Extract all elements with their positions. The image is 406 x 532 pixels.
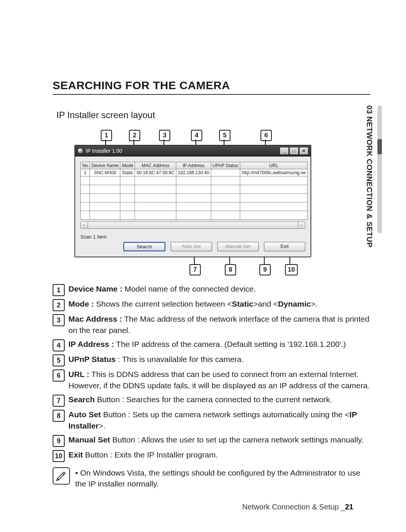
cell-device: SNC-M300 — [90, 169, 120, 176]
col-mode: Mode — [120, 162, 135, 169]
callout-1: 1 — [101, 130, 112, 141]
description-text: Mode : Shows the current selection betwe… — [68, 298, 370, 310]
callout-8: 8 — [225, 264, 236, 275]
description-item: 9Manual Set Button : Allows the user to … — [53, 434, 370, 447]
description-number: 9 — [53, 435, 65, 447]
description-number: 2 — [53, 299, 65, 311]
auto-set-button[interactable]: Auto Set — [171, 242, 212, 251]
description-item: 5UPnP Status : This is unavailable for t… — [53, 354, 370, 366]
description-item: 4IP Address : The IP address of the came… — [53, 339, 370, 351]
chapter-side-tab: 03 NETWORK CONNECTION & SETUP — [365, 105, 382, 248]
scan-status: Scan 1 Item — [80, 234, 106, 240]
callout-2: 2 — [129, 130, 140, 141]
description-number: 5 — [53, 354, 65, 366]
manual-set-button[interactable]: Manual Set — [217, 242, 259, 251]
callout-description-list: 1Device Name : Model name of the connect… — [53, 283, 370, 462]
cell-url: http://m47008c.websamsung.ne — [240, 169, 308, 176]
action-button-row: Search Auto Set Manual Set Exit — [75, 242, 311, 257]
maximize-button[interactable]: □ — [289, 147, 298, 155]
table-row[interactable]: 1 SNC-M300 Static 00:16:6C:47:00:8C 192.… — [81, 169, 308, 176]
description-number: 6 — [53, 369, 65, 382]
callout-6: 6 — [261, 130, 272, 141]
device-grid-area: No Device Name Mode MAC Address IP Addre… — [75, 157, 311, 230]
manual-page: 03 NETWORK CONNECTION & SETUP SEARCHING … — [0, 0, 406, 532]
description-text: IP Address : The IP address of the camer… — [68, 339, 370, 350]
cell-mac: 00:16:6C:47:00:8C — [135, 169, 176, 176]
description-item: 2Mode : Shows the current selection betw… — [53, 298, 370, 311]
note-text: • On Windows Vista, the settings should … — [75, 467, 370, 489]
description-text: Auto Set Button : Sets up the camera net… — [68, 409, 370, 432]
app-icon — [77, 148, 83, 154]
col-url: URL — [240, 162, 308, 169]
chapter-label: 03 NETWORK CONNECTION & SETUP — [365, 105, 374, 248]
description-text: URL : This is DDNS address that can be u… — [68, 369, 370, 392]
side-accent-bar — [377, 105, 382, 233]
description-text: Device Name : Model name of the connecte… — [68, 283, 370, 295]
admin-note: • On Windows Vista, the settings should … — [53, 467, 370, 489]
description-number: 4 — [53, 339, 65, 351]
description-item: 3Mac Address : The Mac address of the ne… — [53, 313, 370, 336]
description-text: Search Button : Searches for the camera … — [68, 394, 370, 405]
page-footer: Network Connection & Setup _21 — [242, 503, 353, 511]
description-item: 6URL : This is DDNS address that can be … — [53, 369, 370, 392]
window-title-bar: IP Installer 1.00 _ □ ✕ — [75, 146, 311, 157]
cell-upnp — [211, 169, 240, 176]
description-text: Exit Button : Exits the IP Installer pro… — [68, 449, 370, 461]
screenshot-figure: 1 2 3 4 5 6 IP Installer 1.00 _ □ ✕ — [74, 130, 311, 274]
callout-7: 7 — [189, 264, 201, 275]
search-button[interactable]: Search — [123, 242, 165, 251]
scroll-left-icon[interactable]: ‹ — [81, 222, 88, 228]
window-control-buttons: _ □ ✕ — [280, 147, 308, 155]
col-no: No — [81, 162, 90, 169]
page-heading: SEARCHING FOR THE CAMERA — [53, 79, 370, 92]
col-mac: MAC Address — [135, 162, 176, 169]
description-number: 1 — [53, 284, 65, 296]
description-item: 7Search Button : Searches for the camera… — [53, 394, 370, 407]
chapter-number: 03 — [365, 105, 374, 114]
callout-9: 9 — [259, 264, 271, 275]
col-upnp: UPnP Status — [211, 162, 240, 169]
description-number: 10 — [53, 450, 65, 462]
chapter-title: NETWORK CONNECTION & SETUP — [365, 116, 374, 248]
device-table-header: No Device Name Mode MAC Address IP Addre… — [81, 162, 308, 169]
description-item: 10Exit Button : Exits the IP Installer p… — [53, 449, 370, 462]
description-text: UPnP Status : This is unavailable for th… — [68, 354, 370, 365]
cell-no: 1 — [81, 169, 90, 176]
col-ip: IP Address — [176, 162, 211, 169]
callout-3: 3 — [159, 130, 170, 141]
description-number: 8 — [53, 410, 65, 422]
description-text: Manual Set Button : Allows the user to s… — [68, 434, 370, 445]
exit-button[interactable]: Exit — [264, 242, 305, 251]
description-number: 7 — [53, 395, 65, 407]
note-icon — [53, 467, 70, 485]
ip-installer-window: IP Installer 1.00 _ □ ✕ No Device Name M… — [74, 145, 311, 257]
cell-ip: 192.168.130.40 — [176, 169, 211, 176]
callout-4: 4 — [191, 130, 202, 141]
window-title: IP Installer 1.00 — [86, 148, 122, 154]
heading-rule — [53, 94, 370, 95]
horizontal-scrollbar[interactable]: ‹ › — [80, 221, 305, 229]
cell-mode: Static — [120, 169, 135, 176]
description-text: Mac Address : The Mac address of the net… — [68, 313, 370, 336]
callout-5: 5 — [219, 130, 230, 141]
bottom-callouts: 7 8 9 10 — [74, 257, 311, 274]
footer-sep: _ — [341, 503, 345, 511]
status-row: Scan 1 Item — [75, 230, 311, 242]
top-callouts: 1 2 3 4 5 6 — [74, 130, 311, 145]
callout-10: 10 — [285, 264, 298, 275]
description-item: 8Auto Set Button : Sets up the camera ne… — [53, 409, 370, 432]
minimize-button[interactable]: _ — [280, 147, 289, 155]
scroll-right-icon[interactable]: › — [298, 222, 305, 228]
sub-heading: IP Installer screen layout — [56, 110, 370, 120]
footer-section: Network Connection & Setup — [242, 503, 339, 511]
col-device: Device Name — [90, 162, 120, 169]
page-number: 21 — [345, 503, 353, 511]
close-button[interactable]: ✕ — [299, 147, 308, 155]
description-item: 1Device Name : Model name of the connect… — [53, 283, 370, 296]
description-number: 3 — [53, 314, 65, 326]
device-table: No Device Name Mode MAC Address IP Addre… — [80, 162, 308, 220]
